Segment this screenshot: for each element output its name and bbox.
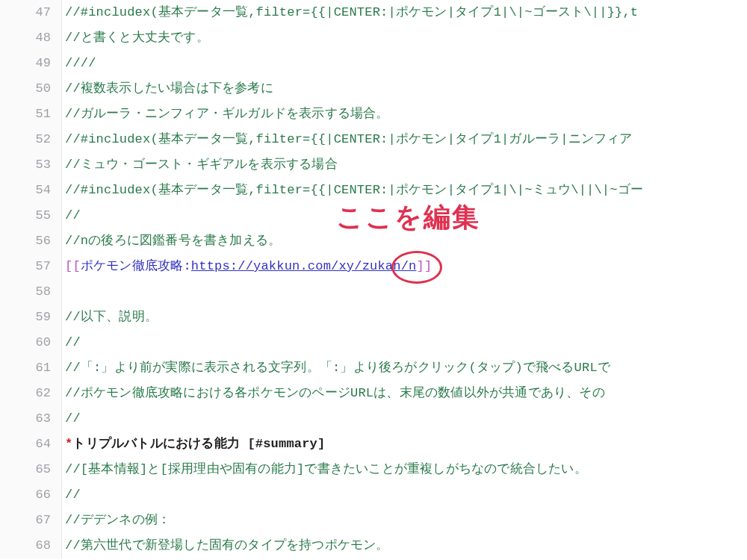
code-line[interactable]: 58	[0, 279, 747, 305]
line-number: 62	[0, 381, 62, 406]
line-content[interactable]: //[基本情報]と[採用理由や固有の能力]で書きたいことが重複しがちなので統合し…	[62, 457, 747, 482]
link-open-bracket: [[	[65, 259, 81, 273]
line-number: 51	[0, 102, 62, 127]
line-content[interactable]: *トリプルバトルにおける能力 [#summary]	[62, 432, 747, 457]
line-number: 54	[0, 178, 62, 203]
line-number: 56	[0, 228, 62, 254]
line-content[interactable]: //ガルーラ・ニンフィア・ギルガルドを表示する場合。	[62, 102, 747, 127]
link-label: ポケモン徹底攻略	[81, 259, 184, 273]
comment-text: //以下、説明。	[65, 310, 158, 324]
comment-text: //#includex(基本データ一覧,filter={{|CENTER:|ポケ…	[65, 183, 643, 197]
line-content[interactable]: //「:」より前が実際に表示される文字列。「:」より後ろがクリック(タップ)で飛…	[62, 355, 747, 381]
comment-text: //第六世代で新登場した固有のタイプを持つポケモン。	[65, 538, 389, 553]
line-content[interactable]: //ポケモン徹底攻略における各ポケモンのページURLは、末尾の数値以外が共通であ…	[62, 381, 747, 406]
code-line[interactable]: 50//複数表示したい場合は下を参考に	[0, 76, 747, 102]
line-number: 48	[0, 25, 62, 51]
comment-text: //ガルーラ・ニンフィア・ギルガルドを表示する場合。	[65, 107, 389, 121]
line-number: 67	[0, 508, 62, 533]
heading-marker: *	[65, 437, 72, 451]
line-content[interactable]: //第六世代で新登場した固有のタイプを持つポケモン。	[62, 533, 747, 559]
line-number: 53	[0, 152, 62, 178]
line-content[interactable]: //#includex(基本データ一覧,filter={{|CENTER:|ポケ…	[62, 127, 747, 152]
comment-text: //と書くと大丈夫です。	[65, 31, 209, 45]
line-number: 47	[0, 0, 62, 25]
line-content[interactable]: //ミュウ・ゴースト・ギギアルを表示する場合	[62, 152, 747, 178]
code-line[interactable]: 65//[基本情報]と[採用理由や固有の能力]で書きたいことが重複しがちなので統…	[0, 457, 747, 482]
comment-text: //	[65, 411, 81, 426]
code-line[interactable]: 59//以下、説明。	[0, 305, 747, 330]
line-number: 50	[0, 76, 62, 102]
comment-text: //ポケモン徹底攻略における各ポケモンのページURLは、末尾の数値以外が共通であ…	[65, 386, 605, 400]
link-url: https://yakkun.com/xy/zukan/n	[191, 259, 417, 273]
line-number: 63	[0, 406, 62, 432]
line-content[interactable]: ////	[62, 51, 747, 76]
code-line[interactable]: 61//「:」より前が実際に表示される文字列。「:」より後ろがクリック(タップ)…	[0, 355, 747, 381]
comment-text: //「:」より前が実際に表示される文字列。「:」より後ろがクリック(タップ)で飛…	[65, 361, 610, 375]
comment-text: //#includex(基本データ一覧,filter={{|CENTER:|ポケ…	[65, 132, 633, 146]
code-editor[interactable]: 47//#includex(基本データ一覧,filter={{|CENTER:|…	[0, 0, 747, 560]
comment-text: ////	[65, 56, 96, 70]
line-content[interactable]: //#includex(基本データ一覧,filter={{|CENTER:|ポケ…	[62, 0, 747, 25]
line-number: 68	[0, 533, 62, 559]
heading-text: トリプルバトルにおける能力 [#summary]	[72, 437, 325, 451]
comment-text: //	[65, 335, 81, 349]
line-content[interactable]: //デデンネの例：	[62, 508, 747, 533]
line-number: 64	[0, 432, 62, 457]
code-line[interactable]: 66//	[0, 482, 747, 508]
line-content[interactable]: //	[62, 406, 747, 432]
line-number: 49	[0, 51, 62, 76]
code-line[interactable]: 57[[ポケモン徹底攻略:https://yakkun.com/xy/zukan…	[0, 254, 747, 279]
line-content[interactable]: //と書くと大丈夫です。	[62, 25, 747, 51]
annotation-circle	[391, 251, 442, 284]
code-line[interactable]: 51//ガルーラ・ニンフィア・ギルガルドを表示する場合。	[0, 102, 747, 127]
line-number: 59	[0, 305, 62, 330]
line-number: 57	[0, 254, 62, 279]
code-line[interactable]: 49////	[0, 51, 747, 76]
comment-text: //nの後ろに図鑑番号を書き加える。	[65, 234, 281, 248]
comment-text: //ミュウ・ゴースト・ギギアルを表示する場合	[65, 158, 338, 172]
line-number: 52	[0, 127, 62, 152]
line-content[interactable]: //	[62, 330, 747, 355]
code-line[interactable]: 67//デデンネの例：	[0, 508, 747, 533]
code-line[interactable]: 68//第六世代で新登場した固有のタイプを持つポケモン。	[0, 533, 747, 559]
line-content[interactable]: //	[62, 482, 747, 508]
comment-text: //#includex(基本データ一覧,filter={{|CENTER:|ポケ…	[65, 5, 638, 19]
code-line[interactable]: 47//#includex(基本データ一覧,filter={{|CENTER:|…	[0, 0, 747, 25]
comment-text: //	[65, 488, 81, 502]
code-line[interactable]: 60//	[0, 330, 747, 355]
code-line[interactable]: 52//#includex(基本データ一覧,filter={{|CENTER:|…	[0, 127, 747, 152]
comment-text: //複数表示したい場合は下を参考に	[65, 81, 273, 96]
line-number: 61	[0, 355, 62, 381]
comment-text: //	[65, 208, 81, 223]
code-line[interactable]: 63//	[0, 406, 747, 432]
line-number: 66	[0, 482, 62, 508]
link-separator: :	[183, 259, 190, 273]
line-number: 55	[0, 203, 62, 228]
line-number: 65	[0, 457, 62, 482]
line-number: 58	[0, 279, 62, 305]
code-line[interactable]: 48//と書くと大丈夫です。	[0, 25, 747, 51]
code-line[interactable]: 53//ミュウ・ゴースト・ギギアルを表示する場合	[0, 152, 747, 178]
code-line[interactable]: 62//ポケモン徹底攻略における各ポケモンのページURLは、末尾の数値以外が共通…	[0, 381, 747, 406]
annotation-label: ここを編集	[336, 199, 480, 236]
code-line[interactable]: 64*トリプルバトルにおける能力 [#summary]	[0, 432, 747, 457]
comment-text: //デデンネの例：	[65, 513, 170, 527]
line-number: 60	[0, 330, 62, 355]
comment-text: //[基本情報]と[採用理由や固有の能力]で書きたいことが重複しがちなので統合し…	[65, 462, 587, 476]
line-content[interactable]: //複数表示したい場合は下を参考に	[62, 76, 747, 102]
line-content[interactable]: //以下、説明。	[62, 305, 747, 330]
